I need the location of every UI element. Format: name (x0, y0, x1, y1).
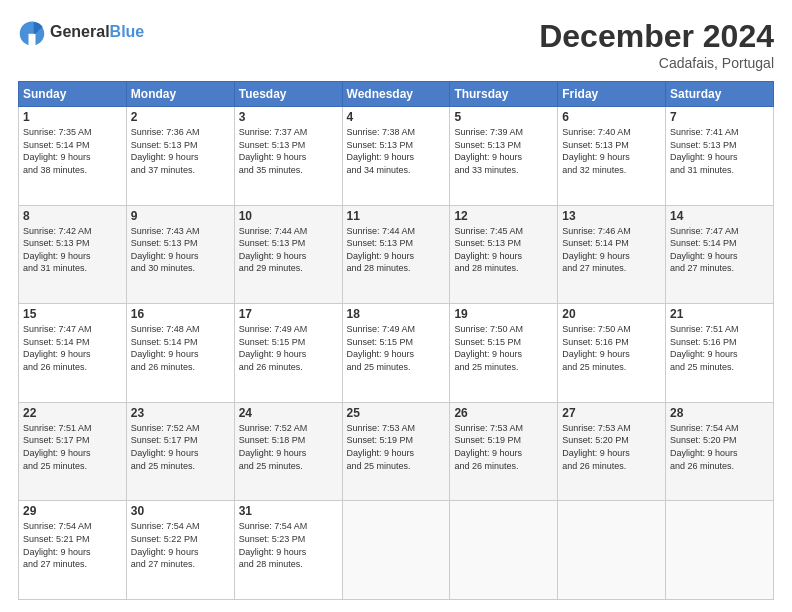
day-info: Sunrise: 7:45 AM Sunset: 5:13 PM Dayligh… (454, 225, 553, 275)
logo-icon (18, 18, 46, 46)
weekday-header-row: SundayMondayTuesdayWednesdayThursdayFrid… (19, 82, 774, 107)
day-number: 11 (347, 209, 446, 223)
weekday-header-wednesday: Wednesday (342, 82, 450, 107)
day-info: Sunrise: 7:42 AM Sunset: 5:13 PM Dayligh… (23, 225, 122, 275)
day-number: 29 (23, 504, 122, 518)
day-cell: 3Sunrise: 7:37 AM Sunset: 5:13 PM Daylig… (234, 107, 342, 206)
logo: GeneralBlue (18, 18, 144, 46)
day-cell: 21Sunrise: 7:51 AM Sunset: 5:16 PM Dayli… (666, 304, 774, 403)
day-cell: 1Sunrise: 7:35 AM Sunset: 5:14 PM Daylig… (19, 107, 127, 206)
day-cell: 19Sunrise: 7:50 AM Sunset: 5:15 PM Dayli… (450, 304, 558, 403)
weekday-header-monday: Monday (126, 82, 234, 107)
day-number: 18 (347, 307, 446, 321)
day-cell (558, 501, 666, 600)
day-number: 15 (23, 307, 122, 321)
day-cell: 6Sunrise: 7:40 AM Sunset: 5:13 PM Daylig… (558, 107, 666, 206)
day-info: Sunrise: 7:54 AM Sunset: 5:20 PM Dayligh… (670, 422, 769, 472)
day-number: 13 (562, 209, 661, 223)
day-cell: 15Sunrise: 7:47 AM Sunset: 5:14 PM Dayli… (19, 304, 127, 403)
day-cell: 29Sunrise: 7:54 AM Sunset: 5:21 PM Dayli… (19, 501, 127, 600)
week-row-2: 8Sunrise: 7:42 AM Sunset: 5:13 PM Daylig… (19, 205, 774, 304)
day-cell: 12Sunrise: 7:45 AM Sunset: 5:13 PM Dayli… (450, 205, 558, 304)
day-number: 27 (562, 406, 661, 420)
day-cell: 22Sunrise: 7:51 AM Sunset: 5:17 PM Dayli… (19, 402, 127, 501)
day-info: Sunrise: 7:53 AM Sunset: 5:20 PM Dayligh… (562, 422, 661, 472)
day-info: Sunrise: 7:38 AM Sunset: 5:13 PM Dayligh… (347, 126, 446, 176)
day-number: 7 (670, 110, 769, 124)
day-info: Sunrise: 7:39 AM Sunset: 5:13 PM Dayligh… (454, 126, 553, 176)
day-number: 5 (454, 110, 553, 124)
day-cell: 27Sunrise: 7:53 AM Sunset: 5:20 PM Dayli… (558, 402, 666, 501)
day-cell: 5Sunrise: 7:39 AM Sunset: 5:13 PM Daylig… (450, 107, 558, 206)
day-info: Sunrise: 7:37 AM Sunset: 5:13 PM Dayligh… (239, 126, 338, 176)
day-number: 9 (131, 209, 230, 223)
calendar-page: GeneralBlue December 2024 Cadafais, Port… (0, 0, 792, 612)
day-number: 21 (670, 307, 769, 321)
logo-text: GeneralBlue (50, 23, 144, 41)
day-cell: 4Sunrise: 7:38 AM Sunset: 5:13 PM Daylig… (342, 107, 450, 206)
location: Cadafais, Portugal (539, 55, 774, 71)
day-number: 14 (670, 209, 769, 223)
day-info: Sunrise: 7:54 AM Sunset: 5:21 PM Dayligh… (23, 520, 122, 570)
day-number: 19 (454, 307, 553, 321)
day-info: Sunrise: 7:51 AM Sunset: 5:16 PM Dayligh… (670, 323, 769, 373)
day-info: Sunrise: 7:47 AM Sunset: 5:14 PM Dayligh… (23, 323, 122, 373)
day-number: 1 (23, 110, 122, 124)
day-info: Sunrise: 7:52 AM Sunset: 5:17 PM Dayligh… (131, 422, 230, 472)
day-info: Sunrise: 7:53 AM Sunset: 5:19 PM Dayligh… (454, 422, 553, 472)
day-cell: 31Sunrise: 7:54 AM Sunset: 5:23 PM Dayli… (234, 501, 342, 600)
day-number: 23 (131, 406, 230, 420)
day-info: Sunrise: 7:49 AM Sunset: 5:15 PM Dayligh… (239, 323, 338, 373)
week-row-1: 1Sunrise: 7:35 AM Sunset: 5:14 PM Daylig… (19, 107, 774, 206)
day-cell: 2Sunrise: 7:36 AM Sunset: 5:13 PM Daylig… (126, 107, 234, 206)
day-info: Sunrise: 7:54 AM Sunset: 5:22 PM Dayligh… (131, 520, 230, 570)
day-number: 3 (239, 110, 338, 124)
day-number: 8 (23, 209, 122, 223)
day-cell: 24Sunrise: 7:52 AM Sunset: 5:18 PM Dayli… (234, 402, 342, 501)
day-info: Sunrise: 7:51 AM Sunset: 5:17 PM Dayligh… (23, 422, 122, 472)
day-cell: 10Sunrise: 7:44 AM Sunset: 5:13 PM Dayli… (234, 205, 342, 304)
day-info: Sunrise: 7:49 AM Sunset: 5:15 PM Dayligh… (347, 323, 446, 373)
week-row-5: 29Sunrise: 7:54 AM Sunset: 5:21 PM Dayli… (19, 501, 774, 600)
day-info: Sunrise: 7:41 AM Sunset: 5:13 PM Dayligh… (670, 126, 769, 176)
day-info: Sunrise: 7:43 AM Sunset: 5:13 PM Dayligh… (131, 225, 230, 275)
logo-blue: Blue (110, 23, 145, 41)
day-number: 31 (239, 504, 338, 518)
day-cell: 17Sunrise: 7:49 AM Sunset: 5:15 PM Dayli… (234, 304, 342, 403)
day-cell: 7Sunrise: 7:41 AM Sunset: 5:13 PM Daylig… (666, 107, 774, 206)
day-cell: 20Sunrise: 7:50 AM Sunset: 5:16 PM Dayli… (558, 304, 666, 403)
day-cell (450, 501, 558, 600)
day-number: 28 (670, 406, 769, 420)
day-info: Sunrise: 7:40 AM Sunset: 5:13 PM Dayligh… (562, 126, 661, 176)
weekday-header-saturday: Saturday (666, 82, 774, 107)
day-cell: 18Sunrise: 7:49 AM Sunset: 5:15 PM Dayli… (342, 304, 450, 403)
day-cell: 30Sunrise: 7:54 AM Sunset: 5:22 PM Dayli… (126, 501, 234, 600)
day-cell: 23Sunrise: 7:52 AM Sunset: 5:17 PM Dayli… (126, 402, 234, 501)
day-number: 10 (239, 209, 338, 223)
day-number: 17 (239, 307, 338, 321)
day-info: Sunrise: 7:48 AM Sunset: 5:14 PM Dayligh… (131, 323, 230, 373)
day-cell: 16Sunrise: 7:48 AM Sunset: 5:14 PM Dayli… (126, 304, 234, 403)
week-row-4: 22Sunrise: 7:51 AM Sunset: 5:17 PM Dayli… (19, 402, 774, 501)
day-info: Sunrise: 7:53 AM Sunset: 5:19 PM Dayligh… (347, 422, 446, 472)
title-area: December 2024 Cadafais, Portugal (539, 18, 774, 71)
day-cell: 28Sunrise: 7:54 AM Sunset: 5:20 PM Dayli… (666, 402, 774, 501)
day-info: Sunrise: 7:44 AM Sunset: 5:13 PM Dayligh… (347, 225, 446, 275)
day-info: Sunrise: 7:50 AM Sunset: 5:15 PM Dayligh… (454, 323, 553, 373)
day-number: 30 (131, 504, 230, 518)
day-info: Sunrise: 7:35 AM Sunset: 5:14 PM Dayligh… (23, 126, 122, 176)
day-number: 20 (562, 307, 661, 321)
day-cell: 13Sunrise: 7:46 AM Sunset: 5:14 PM Dayli… (558, 205, 666, 304)
day-cell: 25Sunrise: 7:53 AM Sunset: 5:19 PM Dayli… (342, 402, 450, 501)
weekday-header-friday: Friday (558, 82, 666, 107)
calendar-table: SundayMondayTuesdayWednesdayThursdayFrid… (18, 81, 774, 600)
weekday-header-tuesday: Tuesday (234, 82, 342, 107)
day-info: Sunrise: 7:36 AM Sunset: 5:13 PM Dayligh… (131, 126, 230, 176)
day-cell: 11Sunrise: 7:44 AM Sunset: 5:13 PM Dayli… (342, 205, 450, 304)
day-number: 16 (131, 307, 230, 321)
day-info: Sunrise: 7:44 AM Sunset: 5:13 PM Dayligh… (239, 225, 338, 275)
month-title: December 2024 (539, 18, 774, 55)
day-number: 12 (454, 209, 553, 223)
header: GeneralBlue December 2024 Cadafais, Port… (18, 18, 774, 71)
logo-general: General (50, 23, 110, 41)
